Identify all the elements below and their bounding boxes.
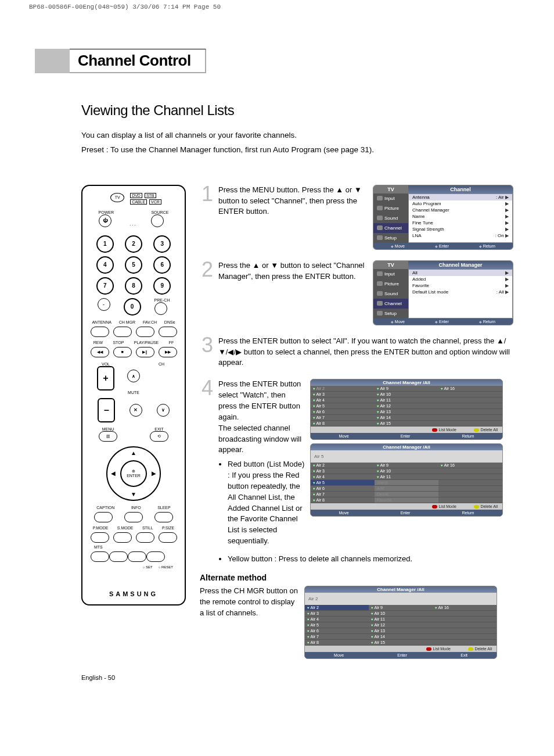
osd2-title: Channel Manager: [408, 261, 513, 269]
digit-5: 5: [125, 256, 142, 274]
digit-2: 2: [125, 235, 142, 253]
vol-down: –: [98, 398, 115, 422]
osd2-side-picture: Picture: [373, 279, 408, 289]
osd-grid-all-3: Channel Manager /All Air 2 ♥Air 2♥Air 9♥…: [304, 586, 497, 659]
grid3-preview: Air 2: [305, 593, 497, 605]
digit-6: 6: [153, 256, 171, 274]
extra2-btn: [128, 551, 146, 562]
exit-label: EXIT: [150, 427, 168, 431]
osd1-foot-enter: Enter: [435, 244, 448, 248]
ch-down: ∨: [157, 404, 170, 417]
power-label: POWER: [99, 210, 114, 214]
enter-button: ⊕ENTER: [120, 460, 147, 487]
chapter-title: Channel Control: [70, 49, 206, 73]
step-2: 2 Press the ▲ or ▼ button to select "Cha…: [200, 260, 513, 325]
osd1-side-channel: Channel: [373, 223, 408, 233]
osd2-item-added: Added▶: [409, 276, 512, 282]
grid1-title: Channel Manager /All: [311, 379, 502, 386]
antenna-btn: [91, 327, 109, 337]
alternate-method-text: Press the CH MGR button on the remote co…: [200, 586, 298, 619]
grid2-preview: Air 5: [311, 450, 502, 463]
nav-ring: ▲ ▼ ◀ ▶ ⊕ENTER: [106, 446, 161, 501]
info-label: INFO: [131, 506, 141, 510]
source-button: [151, 214, 164, 227]
stop-label: STOP: [113, 341, 124, 345]
rew-label: REW: [93, 341, 103, 345]
menu-btn: ▥: [99, 431, 117, 442]
tv-button: TV: [110, 193, 124, 202]
grid3-title: Channel Manager /All: [305, 586, 497, 593]
grid2-opt-delete: Delete: [375, 492, 438, 497]
osd2-side-sound: Sound: [373, 289, 408, 299]
intro-block: You can display a list of all channels o…: [81, 130, 513, 156]
step-4-bullet-2: Yellow button : Press to delete all chan…: [228, 554, 513, 565]
mute-label: MUTE: [82, 390, 185, 395]
step-2-number: 2: [200, 260, 215, 279]
caption-btn: [94, 512, 113, 522]
brand-logo: SAMSUNG: [82, 590, 185, 597]
osd2-item-all: All▶: [409, 270, 512, 276]
osd1-foot-return: Return: [479, 244, 495, 248]
favch-btn: [136, 327, 154, 337]
osd1-title: Channel: [408, 185, 513, 194]
osd-grid-all-2: Channel Manager /All Air 5 ♥Air 2♥Air 9♥…: [310, 443, 503, 517]
vcr-label: VCR: [149, 199, 161, 205]
osd1-side-picture: Picture: [373, 203, 408, 213]
smode-btn: [113, 532, 132, 543]
osd2-foot-return: Return: [479, 320, 495, 324]
pmode-label: P.MODE: [93, 526, 109, 530]
digit-8: 8: [125, 277, 142, 295]
ff-btn: ▶▶: [159, 347, 177, 357]
osd1-side-input: Input: [373, 194, 408, 203]
chmgr-btn: [113, 327, 132, 337]
exit-btn: ⟲: [150, 431, 168, 442]
osd1-item-cm: Channel Manager▶: [409, 207, 512, 213]
intro-p1: You can display a list of all channels o…: [81, 130, 513, 141]
ch-label: CH: [153, 362, 170, 366]
osd2-side-setup: Setup: [373, 309, 408, 318]
step-4: 4 Press the ENTER button select "Watch",…: [200, 379, 513, 549]
osd1-item-ss: Signal Strength▶: [409, 226, 512, 232]
dvd-label: DVD: [130, 193, 142, 198]
step-4-text: Press the ENTER button select "Watch", t…: [218, 379, 301, 454]
vol-label: VOL: [97, 362, 114, 366]
rew-btn: ◀◀: [91, 347, 109, 357]
digit-7: 7: [96, 277, 114, 295]
page-footer: English - 50: [81, 674, 513, 681]
mts-btn: [91, 551, 109, 562]
grid2-opt-fav: Favorite: [375, 497, 438, 503]
step-3: 3 Press the ENTER button to select "All"…: [200, 336, 513, 369]
chapter-bar: Channel Control: [35, 49, 513, 73]
stb-label: STB: [145, 193, 156, 198]
digit-4: 4: [96, 256, 114, 274]
cable-label: CABLE: [130, 199, 147, 205]
reset-label: ○ RESET: [159, 565, 173, 569]
step-1: 1 Press the MENU button. Press the ▲ or …: [200, 185, 513, 250]
step-4-bullet-1: Red button (List Mode) : If you press th…: [228, 459, 305, 547]
osd2-side-input: Input: [373, 269, 408, 279]
sleep-btn: [154, 512, 173, 522]
step-3-text: Press the ENTER button to select "All". …: [218, 336, 513, 369]
step-4-number: 4: [200, 379, 215, 397]
dnse-label: DNSe: [164, 320, 175, 324]
alternate-method-heading: Alternate method: [200, 573, 513, 582]
step-1-text: Press the MENU button. Press the ▲ or ▼ …: [218, 185, 368, 218]
osd2-tv-tab: TV: [373, 261, 408, 269]
step-2-text: Press the ▲ or ▼ button to select "Chann…: [218, 260, 368, 282]
grid2-title: Channel Manager /All: [311, 444, 502, 450]
extra3-btn: [146, 551, 165, 562]
stop-btn: ■: [113, 347, 132, 357]
osd1-item-antenna: Antenna: Air ▶: [409, 194, 512, 200]
osd2-side-channel: Channel: [373, 299, 408, 309]
digit-3: 3: [153, 235, 171, 253]
osd-channel-manager-menu: TVChannel Manager Input Picture Sound Ch…: [373, 260, 513, 325]
extra1-btn: [109, 551, 128, 562]
ch-up: ∧: [127, 370, 140, 382]
osd2-item-fav: Favorite▶: [409, 282, 512, 289]
osd1-foot-move: Move: [391, 244, 405, 248]
favch-label: FAV.CH: [143, 320, 157, 324]
intro-p2: Preset : To use the Channel Manager func…: [81, 145, 513, 156]
osd-grid-all-1: Channel Manager /All ♥Air 2♥Air 9♥Air 16…: [310, 379, 503, 440]
still-btn: [136, 532, 154, 543]
prech-button: [154, 302, 167, 315]
